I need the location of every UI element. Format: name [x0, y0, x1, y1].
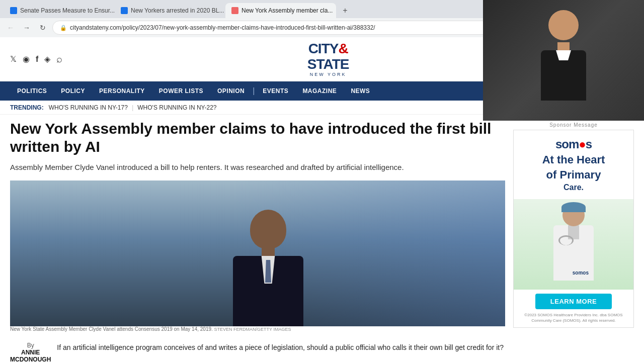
- nav-politics[interactable]: POLITICS: [10, 81, 54, 101]
- nav-opinion[interactable]: OPINION: [210, 81, 252, 101]
- nav-magazine[interactable]: MAGAZINE: [295, 81, 344, 101]
- nav-news[interactable]: NEWS: [344, 81, 377, 101]
- trending-label: TRENDING:: [10, 104, 44, 111]
- ad-headline-3: Care.: [521, 183, 626, 192]
- search-icon[interactable]: ⌕: [56, 53, 62, 65]
- webcam-person-collar: [556, 50, 571, 60]
- logo-state-text: STATE: [307, 57, 349, 72]
- webcam-person-figure: [533, 10, 594, 111]
- lock-icon: 🔒: [60, 25, 67, 31]
- ad-logo-dot: ●: [579, 137, 586, 151]
- logo-ampersand: &: [338, 41, 348, 56]
- sponsor-message-text: Sponsor Message: [513, 120, 634, 128]
- tab-2[interactable]: New Yorkers arrested in 2020 BL... ×: [115, 3, 225, 18]
- tab-1-favicon: [10, 7, 17, 14]
- author-section: By ANNIE MCDONOUGH If an artificial inte…: [10, 338, 505, 362]
- tab-2-favicon: [121, 7, 128, 14]
- forward-button[interactable]: →: [20, 21, 33, 34]
- twitter-icon[interactable]: 𝕏: [10, 54, 17, 64]
- ad-image: somos: [514, 199, 633, 290]
- sponsor-message: Sponsor Message: [513, 120, 634, 128]
- nav-policy[interactable]: POLICY: [54, 81, 92, 101]
- new-tab-button[interactable]: +: [338, 4, 352, 18]
- ad-disclaimer: ©2023 SOMOS Healthcare Providers Inc. db…: [518, 312, 629, 323]
- tab-2-title: New Yorkers arrested in 2020 BL...: [131, 7, 224, 14]
- refresh-button[interactable]: ↻: [36, 21, 49, 34]
- back-button[interactable]: ←: [4, 21, 17, 34]
- author-by: By: [10, 342, 51, 349]
- article-headline: New York Assembly member claims to have …: [10, 120, 505, 156]
- article-subheadline: Assembly Member Clyde Vanel introduced a…: [10, 162, 505, 173]
- tab-3-title: New York Assembly member cla...: [242, 7, 333, 14]
- webcam-feed: [483, 0, 644, 121]
- nav-divider: |: [253, 86, 255, 96]
- doctor-stethoscope: [558, 235, 574, 245]
- logo-text: CITY&: [307, 41, 349, 57]
- nav-personality[interactable]: PERSONALITY: [92, 81, 152, 101]
- webcam-overlay: [483, 0, 644, 121]
- site-logo[interactable]: CITY& STATE NEW YORK: [307, 41, 349, 77]
- article-person: [233, 210, 303, 326]
- ad-top: som●s At the Heart of Primary Care.: [514, 130, 633, 199]
- rss-icon[interactable]: ◈: [44, 54, 50, 64]
- tab-1-title: Senate Passes Measure to Ensur...: [20, 7, 115, 14]
- author-block: By ANNIE MCDONOUGH: [10, 342, 51, 362]
- doctor-coat: somos: [553, 225, 594, 281]
- doctor-figure: somos: [548, 204, 599, 285]
- logo-subtitle: NEW YORK: [307, 72, 349, 77]
- sidebar: Sponsor Message som●s At the Heart of Pr…: [513, 120, 634, 362]
- article-image-container: New York State Assembly Member Clyde Van…: [10, 180, 505, 332]
- image-credit: STEVEN FERDMAN/GETTY IMAGES: [214, 327, 291, 332]
- person-head: [250, 210, 286, 249]
- trending-link-1[interactable]: WHO'S RUNNING IN NY-17?: [49, 104, 128, 111]
- article-body: If an artificial intelligence program co…: [57, 342, 505, 353]
- nav-power-lists[interactable]: POWER LISTS: [152, 81, 210, 101]
- article-main: New York Assembly member claims to have …: [10, 120, 505, 362]
- ad-footer: LEARN MORE ©2023 SOMOS Healthcare Provid…: [514, 290, 633, 327]
- doctor-logo: somos: [573, 270, 589, 276]
- content-area: New York Assembly member claims to have …: [0, 115, 644, 362]
- person-neck: [262, 248, 275, 256]
- image-caption: New York State Assembly Member Clyde Van…: [10, 326, 505, 332]
- tab-3-favicon: [231, 7, 238, 14]
- nav-events[interactable]: EVENTS: [256, 81, 295, 101]
- trending-separator: |: [132, 104, 133, 111]
- webcam-person-neck: [557, 42, 570, 50]
- person-tie: [265, 260, 271, 283]
- ad-headline-1: At the Heart: [521, 153, 626, 166]
- ad-learn-more-button[interactable]: LEARN MORE: [535, 294, 612, 309]
- trending-link-2[interactable]: WHO'S RUNNING IN NY-22?: [137, 104, 216, 111]
- image-caption-text: New York State Assembly Member Clyde Van…: [10, 326, 213, 332]
- author-name: ANNIE MCDONOUGH: [10, 349, 51, 362]
- webcam-person-body: [541, 50, 586, 101]
- facebook-icon[interactable]: f: [36, 55, 38, 64]
- social-icons: 𝕏 ◉ f ◈ ⌕: [10, 53, 62, 65]
- ad-headline-2: of Primary: [521, 168, 626, 181]
- logo-city: CITY: [308, 41, 339, 56]
- instagram-icon[interactable]: ◉: [23, 54, 30, 64]
- article-image: [10, 180, 505, 326]
- doctor-cap: [561, 202, 586, 212]
- ad-logo: som●s: [521, 137, 626, 151]
- url-text: cityandstateny.com/policy/2023/07/new-yo…: [70, 24, 375, 31]
- tab-3[interactable]: New York Assembly member cla... ×: [225, 3, 336, 18]
- webcam-person-head: [548, 10, 579, 40]
- person-suit: [233, 256, 303, 326]
- ad-box: som●s At the Heart of Primary Care.: [513, 130, 634, 328]
- tab-1[interactable]: Senate Passes Measure to Ensur... ×: [4, 3, 115, 18]
